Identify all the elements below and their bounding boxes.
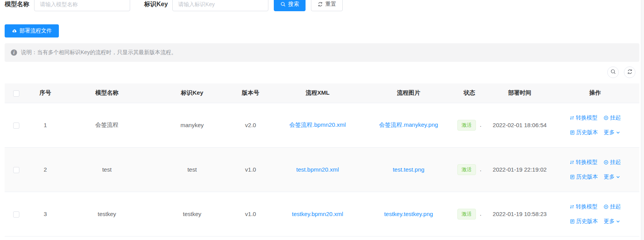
page-scrollbar[interactable] (641, 0, 644, 240)
col-xml: 流程XML (268, 83, 367, 103)
cell-key: test (151, 147, 233, 192)
cell-model-name: 会签流程 (63, 103, 151, 147)
refresh-icon (627, 69, 633, 76)
col-status: 状态 (450, 83, 489, 103)
key-label: 标识Key (144, 0, 168, 11)
info-icon: i (11, 49, 17, 56)
cell-version: v1.0 (233, 192, 268, 236)
xml-link[interactable]: testkey.bpmn20.xml (292, 211, 343, 217)
image-link[interactable]: test.test.png (393, 166, 424, 173)
col-key: 标识Key (151, 83, 233, 103)
xml-link[interactable]: 会签流程.bpmn20.xml (289, 121, 346, 128)
sort-arrows-icon (569, 160, 575, 165)
deploy-time: 2022-02-01 18:06:54 (493, 122, 546, 128)
cell-key: manykey (151, 103, 233, 147)
alert-text: 说明：当有多个相同标识Key的流程时，只显示其最新版本流程。 (21, 49, 177, 56)
caret-down-icon (616, 175, 620, 179)
search-button[interactable]: 搜索 (274, 0, 306, 11)
cell-index: 1 (28, 103, 63, 147)
table-row: 1 会签流程 manykey v2.0 会签流程.bpmn20.xml 会签流程… (5, 103, 639, 147)
model-name-label: 模型名称 (5, 0, 29, 11)
image-link[interactable]: testkey.testkey.png (384, 211, 433, 217)
row-checkbox[interactable] (13, 211, 19, 218)
cell-model-name: testkey (63, 192, 151, 236)
row-actions: 转换模型 挂起 历史版本 (551, 114, 639, 136)
xml-link[interactable]: test.bpmn20.xml (296, 166, 339, 173)
refresh-table-button[interactable] (624, 66, 635, 78)
table-tools (5, 66, 639, 78)
show-search-button[interactable] (607, 66, 619, 78)
process-table: 序号 模型名称 标识Key 版本号 流程XML 流程图片 状态 部署时间 操作 … (5, 83, 639, 237)
cell-key: testkey (151, 192, 233, 236)
search-icon (280, 2, 286, 7)
pause-circle-icon (603, 204, 609, 209)
status-dot: . (480, 166, 481, 172)
col-actions: 操作 (551, 83, 639, 103)
history-versions-link[interactable]: 历史版本 (570, 174, 598, 180)
row-actions: 转换模型 挂起 历史版本 (551, 203, 639, 225)
more-dropdown[interactable]: 更多 (604, 218, 620, 225)
cell-version: v2.0 (233, 103, 268, 147)
row-checkbox[interactable] (13, 123, 19, 129)
cloud-upload-icon (12, 28, 17, 34)
convert-model-link[interactable]: 转换模型 (569, 203, 598, 210)
image-link[interactable]: 会签流程.manykey.png (379, 121, 438, 128)
row-actions: 转换模型 挂起 历史版本 (551, 159, 639, 180)
reset-button[interactable]: 重置 (311, 0, 343, 11)
select-all-checkbox[interactable] (13, 90, 19, 97)
col-model-name: 模型名称 (63, 83, 151, 103)
convert-model-link[interactable]: 转换模型 (569, 159, 598, 166)
search-form: 模型名称 标识Key 搜索 重置 (5, 0, 639, 12)
status-dot: . (480, 210, 481, 217)
table-row: 3 testkey testkey v1.0 testkey.bpmn20.xm… (5, 192, 639, 236)
status-badge: 激活 (457, 120, 476, 131)
suspend-link[interactable]: 挂起 (603, 114, 621, 121)
key-input[interactable] (172, 0, 268, 11)
status-dot: . (480, 121, 481, 128)
deploy-process-button[interactable]: 部署流程文件 (5, 24, 59, 37)
search-icon (610, 69, 616, 76)
pause-circle-icon (603, 115, 609, 121)
refresh-icon (318, 2, 323, 7)
deploy-time: 2022-01-19 10:58:23 (493, 211, 546, 217)
col-image: 流程图片 (367, 83, 450, 103)
model-name-input[interactable] (34, 0, 130, 11)
document-icon (570, 130, 575, 135)
cell-index: 2 (28, 147, 63, 192)
cell-index: 3 (28, 192, 63, 236)
col-index: 序号 (28, 83, 63, 103)
caret-down-icon (616, 219, 620, 224)
more-dropdown[interactable]: 更多 (604, 129, 620, 136)
toolbar: 部署流程文件 (5, 24, 639, 37)
sort-arrows-icon (569, 204, 575, 209)
col-version: 版本号 (233, 83, 268, 103)
convert-model-link[interactable]: 转换模型 (569, 114, 598, 121)
sort-arrows-icon (569, 115, 575, 121)
cell-model-name: test (63, 147, 151, 192)
table-row: 2 test test v1.0 test.bpmn20.xml test.te… (5, 147, 639, 192)
history-versions-link[interactable]: 历史版本 (570, 218, 598, 225)
status-badge: 激活 (457, 164, 476, 175)
more-dropdown[interactable]: 更多 (604, 174, 620, 180)
table-header-row: 序号 模型名称 标识Key 版本号 流程XML 流程图片 状态 部署时间 操作 (5, 83, 639, 103)
info-alert: i 说明：当有多个相同标识Key的流程时，只显示其最新版本流程。 (5, 43, 639, 62)
row-checkbox[interactable] (13, 167, 19, 173)
cell-version: v1.0 (233, 147, 268, 192)
history-versions-link[interactable]: 历史版本 (570, 129, 598, 136)
pause-circle-icon (603, 160, 609, 165)
caret-down-icon (616, 130, 620, 135)
process-deploy-page: 模型名称 标识Key 搜索 重置 (0, 0, 644, 240)
col-deploy-time: 部署时间 (489, 83, 551, 103)
suspend-link[interactable]: 挂起 (603, 159, 621, 166)
deploy-time: 2022-01-19 22:19:02 (493, 166, 546, 173)
document-icon (570, 219, 575, 224)
suspend-link[interactable]: 挂起 (603, 203, 621, 210)
document-icon (570, 174, 575, 180)
status-badge: 激活 (457, 209, 476, 220)
